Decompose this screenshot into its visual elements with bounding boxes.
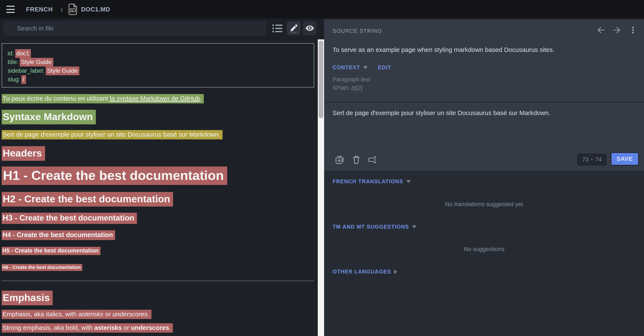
frontmatter-line: id:doc1 (8, 49, 308, 58)
top-app-bar: FRENCH › M↓ DOC1.MD (0, 0, 644, 19)
markdown-syntax-link[interactable]: la syntaxe Markdown de GitHub (110, 95, 200, 102)
frontmatter-line: slug:/ (8, 75, 308, 84)
translatable-string[interactable]: Headers (2, 146, 45, 161)
translatable-string[interactable]: Emphasis (2, 291, 53, 305)
editor-divider (324, 102, 644, 103)
document-pane: id:doc1 title:Style Guide sidebar_label:… (0, 19, 324, 336)
copy-insert-icon[interactable] (335, 155, 345, 165)
chevron-right-icon (394, 269, 397, 274)
heading-h5: H5 - Create the best documentation (2, 247, 100, 255)
text-field-cursor-icon[interactable] (367, 155, 378, 165)
heading-headers: Headers (2, 146, 45, 161)
context-toggle[interactable]: CONTEXT (332, 64, 360, 71)
translatable-string[interactable]: doc1 (15, 49, 31, 58)
translatable-string[interactable]: Strong emphasis, aka bold, with asterisk… (2, 323, 173, 332)
chevron-down-icon (363, 66, 368, 69)
paragraph-emphasis-bold: Strong emphasis, aka bold, with asterisk… (2, 323, 173, 332)
frontmatter-block: id:doc1 title:Style Guide sidebar_label:… (2, 43, 314, 87)
context-type: Paragraph text (332, 76, 370, 83)
french-translations-empty: No translations suggested yet (324, 201, 644, 208)
translatable-string[interactable]: Emphasis, aka italics, with asterisks or… (2, 310, 152, 319)
arrow-forward-icon[interactable] (612, 25, 622, 35)
breadcrumb-file: DOC1.MD (81, 6, 110, 13)
document-preview: id:doc1 title:Style Guide sidebar_label:… (0, 39, 318, 336)
eye-icon (304, 23, 315, 34)
preview-mode-button[interactable] (303, 21, 316, 35)
char-count-badge: 73 • 74 (577, 153, 607, 166)
paragraph-intro: Tu peux écrire du contenu en utilisant l… (2, 94, 204, 103)
section-other-languages[interactable]: OTHER LANGUAGES (332, 269, 397, 275)
chevron-down-icon (406, 180, 411, 183)
translatable-string[interactable]: Tu peux écrire du contenu en utilisant l… (2, 94, 204, 103)
string-navigation (596, 25, 638, 35)
file-toolbar (0, 19, 324, 39)
context-xpath: XPath: /p[2] (332, 85, 362, 91)
section-french-translations[interactable]: FRENCH TRANSLATIONS (332, 178, 411, 185)
edit-pencil-icon (289, 23, 298, 33)
frontmatter-line: sidebar_label:Style Guide (8, 67, 308, 75)
translatable-string[interactable]: H2 - Create the best documentation (2, 192, 173, 207)
translatable-string[interactable]: H5 - Create the best documentation (2, 247, 100, 255)
heading-h3: H3 - Create the best documentation (2, 213, 137, 224)
chevron-down-icon (412, 225, 416, 228)
translatable-string[interactable]: Style Guide (46, 67, 79, 75)
heading-h1: H1 - Create the best documentation (2, 166, 227, 185)
heading-h2: H2 - Create the best documentation (2, 192, 173, 207)
translatable-string[interactable]: H3 - Create the best documentation (2, 213, 137, 224)
context-controls: CONTEXT EDIT (332, 64, 391, 71)
heading-h4: H4 - Create the best documentation (2, 230, 115, 240)
translation-editor[interactable]: Sert de page d'exemple pour styliser un … (332, 109, 631, 116)
hamburger-icon[interactable] (6, 6, 15, 13)
frontmatter-line: title:Style Guide (8, 58, 308, 67)
edit-mode-button[interactable] (287, 21, 300, 35)
translatable-string[interactable]: H6 - Create the best documentation (2, 264, 82, 271)
tm-mt-empty: No suggestions (324, 246, 644, 253)
heading-h6: H6 - Create the best documentation (2, 264, 82, 271)
translatable-string[interactable]: H1 - Create the best documentation (2, 166, 227, 185)
source-string-text: To serve as an example page when styling… (332, 46, 631, 53)
trash-icon[interactable] (351, 155, 361, 165)
section-tm-mt-suggestions[interactable]: TM AND MT SUGGESTIONS (332, 224, 416, 230)
paragraph-emphasis-italic: Emphasis, aka italics, with asterisks or… (2, 310, 152, 319)
source-string-card: SOURCE STRING To serve as an exam (324, 20, 644, 171)
search-input[interactable] (4, 21, 266, 36)
document-scrollbar-thumb[interactable] (318, 41, 323, 118)
selected-string[interactable]: Sert de page d'exemple pour styliser un … (2, 130, 222, 139)
translatable-string[interactable]: Style Guide (20, 58, 53, 67)
heading-syntaxe-markdown: Syntaxe Markdown (2, 110, 96, 124)
translatable-string[interactable]: H4 - Create the best documentation (2, 230, 115, 240)
svg-text:M↓: M↓ (71, 9, 74, 12)
translatable-string[interactable]: Syntaxe Markdown (2, 110, 96, 124)
paragraph-selected: Sert de page d'exemple pour styliser un … (2, 130, 222, 139)
document-scrollbar-track[interactable] (318, 39, 324, 336)
heading-emphasis: Emphasis (2, 291, 53, 305)
translatable-string[interactable]: / (21, 75, 26, 84)
save-button[interactable]: SAVE (610, 152, 639, 166)
translation-panel: SOURCE STRING To serve as an exam (324, 19, 644, 336)
arrow-back-icon[interactable] (596, 25, 606, 35)
markdown-file-icon: M↓ (68, 4, 77, 15)
breadcrumb-project[interactable]: FRENCH (26, 6, 53, 13)
string-list-icon[interactable] (272, 23, 284, 34)
horizontal-rule (2, 280, 314, 281)
more-vert-icon[interactable] (628, 25, 638, 35)
source-string-title: SOURCE STRING (332, 28, 382, 34)
edit-context-button[interactable]: EDIT (378, 64, 391, 71)
